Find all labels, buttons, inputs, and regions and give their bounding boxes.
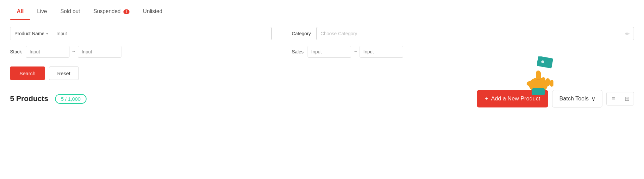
- products-quota-badge: 5 / 1,000: [55, 94, 87, 104]
- bottom-right-actions: + Add a New Product Batch Tools ∨ ≡ ⊞: [477, 90, 634, 107]
- sales-range: ~: [308, 46, 403, 58]
- tabs-row: All Live Sold out Suspended 1 Unlisted: [7, 0, 637, 20]
- batch-tools-button[interactable]: Batch Tools ∨: [552, 90, 602, 107]
- category-placeholder: Choose Category: [321, 31, 625, 36]
- add-product-label: Add a New Product: [491, 95, 540, 102]
- stock-filter: Stock ~: [10, 46, 272, 58]
- sales-min-input[interactable]: [308, 46, 351, 58]
- view-toggle: ≡ ⊞: [606, 92, 634, 105]
- list-view-icon: ≡: [611, 95, 615, 102]
- tab-unlisted[interactable]: Unlisted: [136, 3, 169, 20]
- product-name-dropdown[interactable]: Product Name ▾: [10, 27, 52, 40]
- svg-point-3: [526, 80, 534, 87]
- list-view-button[interactable]: ≡: [607, 92, 620, 105]
- stock-range: ~: [26, 46, 121, 58]
- grid-view-button[interactable]: ⊞: [620, 92, 634, 105]
- reset-button[interactable]: Reset: [49, 66, 79, 80]
- stock-label: Stock: [10, 49, 22, 54]
- tab-suspended[interactable]: Suspended 1: [87, 3, 137, 20]
- sales-filter: Sales ~: [272, 46, 634, 58]
- tab-live[interactable]: Live: [30, 3, 53, 20]
- filter-row-2: Stock ~ Sales ~: [10, 46, 634, 58]
- category-label: Category: [292, 31, 311, 36]
- products-count-section: 5 Products 5 / 1,000: [10, 94, 87, 104]
- add-product-button[interactable]: + Add a New Product: [477, 90, 548, 107]
- stock-range-separator: ~: [72, 49, 75, 55]
- svg-rect-7: [550, 80, 553, 87]
- product-name-selector[interactable]: Product Name ▾: [10, 27, 272, 40]
- batch-tools-label: Batch Tools: [559, 95, 589, 102]
- products-count-label: 5 Products: [10, 94, 48, 103]
- sales-label: Sales: [292, 49, 304, 54]
- chevron-down-icon: ▾: [46, 32, 48, 36]
- grid-view-icon: ⊞: [625, 95, 630, 102]
- tab-all[interactable]: All: [10, 3, 30, 20]
- stock-max-input[interactable]: [78, 46, 121, 58]
- sales-max-input[interactable]: [360, 46, 403, 58]
- filter-row-1: Product Name ▾ Category Choose Category …: [10, 27, 634, 40]
- category-selector[interactable]: Choose Category ✏: [316, 27, 634, 40]
- add-icon: +: [485, 95, 488, 102]
- tab-sold-out[interactable]: Sold out: [54, 3, 87, 20]
- sales-range-separator: ~: [354, 49, 357, 55]
- bottom-bar: 5 Products 5 / 1,000: [7, 87, 637, 111]
- stock-min-input[interactable]: [26, 46, 69, 58]
- category-filter: Category Choose Category ✏: [272, 27, 634, 40]
- product-name-filter: Product Name ▾: [10, 27, 272, 40]
- suspended-badge: 1: [123, 9, 129, 14]
- batch-tools-chevron-icon: ∨: [591, 95, 595, 102]
- search-button[interactable]: Search: [10, 66, 45, 80]
- filter-section: Product Name ▾ Category Choose Category …: [7, 20, 637, 66]
- edit-icon: ✏: [625, 31, 630, 37]
- product-name-input[interactable]: [52, 27, 271, 40]
- product-name-label: Product Name: [14, 31, 44, 36]
- action-buttons-row: Search Reset: [7, 66, 637, 80]
